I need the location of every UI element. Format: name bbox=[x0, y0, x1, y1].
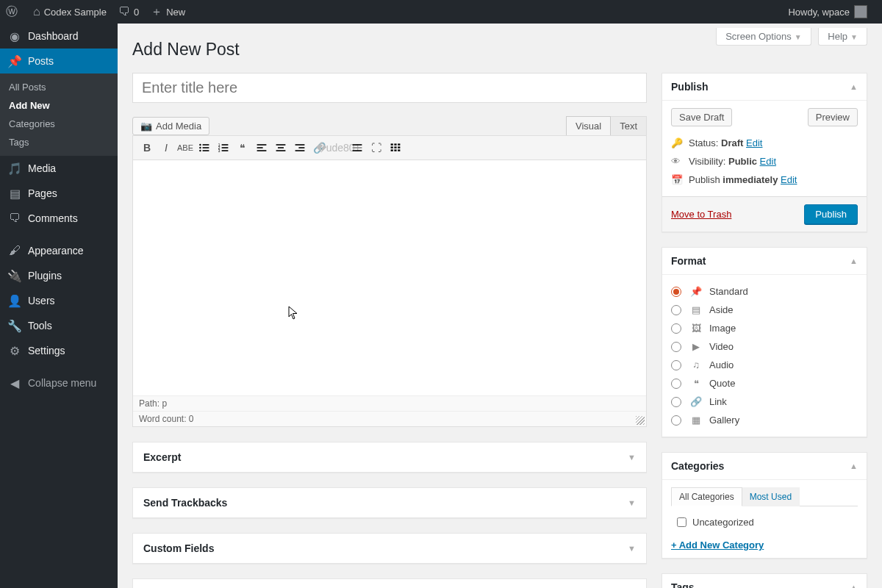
help-toggle[interactable]: Help▼ bbox=[818, 28, 867, 46]
editor-canvas[interactable] bbox=[133, 160, 646, 395]
admin-menu: ◉Dashboard 📌Posts All Posts Add New Cate… bbox=[0, 24, 118, 588]
screen-options-toggle[interactable]: Screen Options▼ bbox=[716, 28, 811, 46]
format-icon: ❝ bbox=[689, 378, 703, 389]
submenu-all-posts[interactable]: All Posts bbox=[0, 78, 118, 96]
schedule-row: 📅 Publish immediately Edit bbox=[671, 171, 858, 189]
strike-button[interactable]: ABE bbox=[176, 139, 195, 157]
box-categories-header[interactable]: Categories▲ bbox=[662, 453, 867, 480]
tab-all-categories[interactable]: All Categories bbox=[671, 487, 742, 506]
tab-most-used[interactable]: Most Used bbox=[742, 487, 800, 506]
new-content[interactable]: ＋New bbox=[145, 0, 191, 24]
box-tags-header[interactable]: Tags▲ bbox=[662, 574, 867, 588]
svg-rect-21 bbox=[353, 144, 362, 146]
box-trackbacks-header[interactable]: Send Trackbacks▼ bbox=[133, 488, 646, 517]
wrench-icon: 🔧 bbox=[7, 319, 22, 333]
save-draft-button[interactable]: Save Draft bbox=[671, 108, 732, 126]
box-tags: Tags▲ bbox=[662, 573, 867, 588]
menu-pages[interactable]: ▤Pages bbox=[0, 181, 118, 206]
box-categories: Categories▲ All Categories Most Used Unc… bbox=[662, 452, 867, 559]
menu-dashboard[interactable]: ◉Dashboard bbox=[0, 24, 118, 49]
preview-button[interactable]: Preview bbox=[808, 108, 858, 126]
resize-handle[interactable] bbox=[636, 416, 645, 425]
format-aside[interactable]: ▤Aside bbox=[671, 301, 858, 319]
format-audio[interactable]: ♫Audio bbox=[671, 356, 858, 374]
tab-text[interactable]: Text bbox=[611, 116, 647, 135]
align-left-button[interactable] bbox=[252, 139, 271, 157]
move-to-trash-link[interactable]: Move to Trash bbox=[671, 209, 731, 220]
add-category-link[interactable]: + Add New Category bbox=[671, 539, 764, 551]
sliders-icon: ⚙ bbox=[7, 344, 22, 358]
format-link[interactable]: 🔗Link bbox=[671, 392, 858, 411]
editor-toolbar: B I ABE 123 ❝ 🔗 �ude801 ⛶ bbox=[133, 136, 646, 160]
box-format-header[interactable]: Format▲ bbox=[662, 248, 867, 275]
post-title-input[interactable] bbox=[132, 73, 647, 103]
menu-tools[interactable]: 🔧Tools bbox=[0, 313, 118, 338]
edit-status-link[interactable]: Edit bbox=[746, 137, 762, 148]
submenu-add-new[interactable]: Add New bbox=[0, 96, 118, 115]
format-image[interactable]: 🖼Image bbox=[671, 319, 858, 337]
box-trackbacks: Send Trackbacks▼ bbox=[132, 487, 647, 518]
unlink-button[interactable]: �ude801 bbox=[329, 139, 348, 157]
caret-up-icon: ▲ bbox=[850, 462, 858, 470]
format-gallery[interactable]: ▦Gallery bbox=[671, 411, 858, 429]
format-standard[interactable]: 📌Standard bbox=[671, 282, 858, 301]
box-discussion: Discussion▼ bbox=[132, 578, 647, 588]
site-name[interactable]: ⌂Codex Sample bbox=[27, 0, 112, 24]
category-checkbox[interactable] bbox=[677, 517, 686, 527]
submenu-tags[interactable]: Tags bbox=[0, 133, 118, 151]
format-video[interactable]: ▶Video bbox=[671, 337, 858, 356]
menu-media[interactable]: 🎵Media bbox=[0, 156, 118, 181]
quote-button[interactable]: ❝ bbox=[233, 139, 252, 157]
menu-users[interactable]: 👤Users bbox=[0, 288, 118, 313]
fullscreen-button[interactable]: ⛶ bbox=[367, 139, 386, 157]
wp-logo[interactable]: ⓦ bbox=[0, 0, 27, 24]
category-item[interactable]: Uncategorized bbox=[671, 514, 858, 531]
caret-down-icon: ▼ bbox=[628, 498, 636, 507]
box-excerpt-header[interactable]: Excerpt▼ bbox=[133, 442, 646, 472]
caret-up-icon: ▲ bbox=[850, 82, 858, 91]
my-account[interactable]: Howdy, wpace bbox=[782, 0, 873, 24]
new-label: New bbox=[166, 7, 185, 18]
box-discussion-header[interactable]: Discussion▼ bbox=[133, 579, 646, 588]
edit-schedule-link[interactable]: Edit bbox=[781, 174, 797, 185]
publish-button[interactable]: Publish bbox=[804, 204, 858, 224]
collapse-menu[interactable]: ◀Collapse menu bbox=[0, 370, 118, 395]
menu-media-label: Media bbox=[28, 162, 56, 174]
add-media-button[interactable]: 📷Add Media bbox=[132, 117, 209, 135]
menu-appearance[interactable]: 🖌Appearance bbox=[0, 238, 118, 263]
ul-button[interactable] bbox=[195, 139, 214, 157]
caret-down-icon: ▼ bbox=[628, 453, 636, 462]
menu-posts[interactable]: 📌Posts bbox=[0, 49, 118, 74]
submenu-categories[interactable]: Categories bbox=[0, 115, 118, 133]
more-button[interactable] bbox=[348, 139, 367, 157]
add-media-label: Add Media bbox=[156, 121, 201, 132]
align-center-button[interactable] bbox=[271, 139, 290, 157]
brush-icon: 🖌 bbox=[7, 244, 22, 257]
home-icon: ⌂ bbox=[33, 5, 40, 18]
menu-settings[interactable]: ⚙Settings bbox=[0, 338, 118, 363]
radio-icon bbox=[671, 287, 681, 297]
menu-plugins[interactable]: 🔌Plugins bbox=[0, 263, 118, 288]
box-custom-fields-header[interactable]: Custom Fields▼ bbox=[133, 534, 646, 563]
format-icon: ♫ bbox=[689, 359, 703, 370]
box-custom-fields-title: Custom Fields bbox=[143, 542, 214, 554]
menu-comments[interactable]: 🗨Comments bbox=[0, 206, 118, 231]
bold-button[interactable]: B bbox=[137, 139, 157, 157]
tab-visual[interactable]: Visual bbox=[566, 116, 611, 135]
box-publish-header[interactable]: Publish▲ bbox=[662, 74, 867, 101]
comments-bubble[interactable]: 🗨0 bbox=[112, 0, 145, 24]
schedule-value: immediately bbox=[723, 174, 778, 185]
format-quote[interactable]: ❝Quote bbox=[671, 374, 858, 392]
edit-visibility-link[interactable]: Edit bbox=[760, 156, 776, 167]
svg-point-2 bbox=[199, 147, 201, 148]
italic-button[interactable]: I bbox=[157, 139, 176, 157]
align-right-button[interactable] bbox=[290, 139, 309, 157]
box-trackbacks-title: Send Trackbacks bbox=[143, 497, 227, 509]
svg-rect-19 bbox=[298, 147, 304, 148]
status-row: 🔑 Status: Draft Edit bbox=[671, 134, 858, 152]
howdy-text: Howdy, wpace bbox=[788, 7, 850, 18]
format-label: Aside bbox=[709, 304, 734, 315]
kitchen-sink-button[interactable] bbox=[386, 139, 405, 157]
pages-icon: ▤ bbox=[7, 187, 22, 201]
ol-button[interactable]: 123 bbox=[214, 139, 233, 157]
